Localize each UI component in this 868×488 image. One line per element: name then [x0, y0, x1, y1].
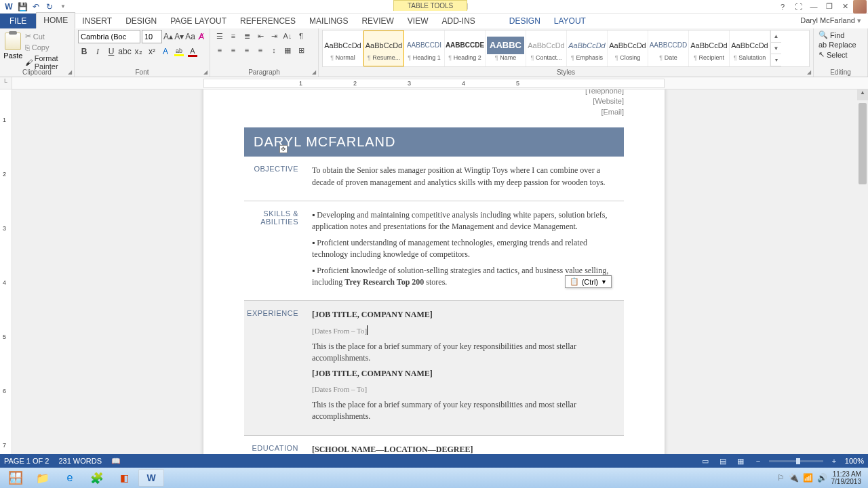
align-center-button[interactable]: ≡ — [227, 44, 239, 56]
select-button[interactable]: ↖Select — [817, 49, 864, 60]
system-tray[interactable]: ⚐ 🔌 📶 🔊 11:23 AM 7/19/2013 — [777, 470, 866, 485]
shrink-font-button[interactable]: A▾ — [174, 30, 184, 43]
tray-flag-icon[interactable]: ⚐ — [777, 473, 785, 483]
style-contact[interactable]: AaBbCcDdContact... — [526, 30, 567, 66]
help-icon[interactable]: ? — [775, 1, 790, 13]
bold-button[interactable]: B — [78, 45, 90, 58]
signed-in-user[interactable]: Daryl McFarland — [800, 16, 861, 25]
styles-scroll[interactable]: ▲▼▾ — [770, 30, 781, 66]
styles-dialog-launcher[interactable]: ◢ — [807, 69, 811, 75]
style-closing[interactable]: AaBbCcDdClosing — [608, 30, 648, 66]
scroll-thumb[interactable] — [859, 103, 867, 184]
page[interactable]: [Telephone] [Website] [Email] ✥ DARYL MC… — [203, 89, 665, 468]
tray-power-icon[interactable]: 🔌 — [789, 473, 799, 483]
maximize-icon[interactable]: ❐ — [822, 1, 837, 13]
tray-network-icon[interactable]: 📶 — [803, 473, 813, 483]
borders-button[interactable]: ⊞ — [295, 44, 307, 56]
style-date[interactable]: AABBCCDDDate — [648, 30, 689, 66]
section-experience[interactable]: EXPERIENCE [JOB TITLE, COMPANY NAME] [Da… — [244, 301, 624, 435]
replace-button[interactable]: abReplace — [817, 40, 864, 49]
ribbon-display-icon[interactable]: ⛶ — [791, 1, 806, 13]
style-heading1[interactable]: AABBCCDIHeading 1 — [404, 30, 445, 66]
cut-button[interactable]: ✂Cut — [23, 31, 71, 41]
resume-name[interactable]: DARYL MCFARLAND — [244, 127, 624, 157]
clear-format-button[interactable]: A̸ — [197, 30, 206, 43]
section-objective[interactable]: OBJECTIVE To obtain the Senior sales man… — [244, 157, 624, 201]
tab-insert[interactable]: INSERT — [75, 14, 119, 28]
style-normal[interactable]: AaBbCcDdNormal — [323, 30, 363, 66]
shading-button[interactable]: ▦ — [281, 44, 294, 56]
ruler-vertical[interactable]: 1 2 3 4 5 6 7 — [0, 89, 12, 468]
paragraph-dialog-launcher[interactable]: ◢ — [312, 69, 316, 75]
align-right-button[interactable]: ≡ — [241, 44, 253, 56]
office-icon[interactable]: ◧ — [111, 469, 137, 487]
tab-file[interactable]: FILE — [0, 14, 36, 28]
multilevel-button[interactable]: ≣ — [241, 30, 253, 42]
ruler-horizontal[interactable]: L 1 2 3 4 5 — [0, 77, 868, 89]
styles-gallery[interactable]: AaBbCcDdNormal AaBbCcDdResume... AABBCCD… — [322, 30, 810, 67]
page-indicator[interactable]: PAGE 1 OF 2 — [4, 457, 49, 466]
app-icon[interactable]: 🧩 — [84, 469, 110, 487]
tab-design[interactable]: DESIGN — [119, 14, 163, 28]
change-case-button[interactable]: Aa — [185, 30, 195, 43]
zoom-slider[interactable] — [769, 460, 823, 462]
style-salutation[interactable]: AaBbCcDdSalutation — [730, 30, 770, 66]
undo-icon[interactable]: ↶ — [31, 1, 41, 12]
style-resume[interactable]: AaBbCcDdResume... — [363, 30, 404, 66]
read-mode-button[interactable]: ▭ — [698, 455, 712, 466]
scroll-up-icon[interactable]: ▲ — [857, 89, 868, 100]
clipboard-dialog-launcher[interactable]: ◢ — [68, 69, 72, 75]
word-count[interactable]: 231 WORDS — [58, 457, 102, 466]
superscript-button[interactable]: x² — [146, 45, 158, 58]
start-button[interactable]: 🪟 — [3, 469, 28, 487]
document-area[interactable]: 1 2 3 4 5 6 7 [Telephone] [Website] [Ema… — [0, 89, 857, 468]
style-name-style[interactable]: AABBCName — [486, 30, 526, 66]
numbering-button[interactable]: ≡ — [227, 30, 239, 42]
line-spacing-button[interactable]: ↕ — [268, 44, 280, 56]
paste-options-button[interactable]: 📋 (Ctrl) ▼ — [565, 275, 612, 288]
zoom-in-button[interactable]: + — [827, 455, 841, 466]
redo-icon[interactable]: ↻ — [44, 1, 55, 12]
align-left-button[interactable]: ≡ — [214, 44, 226, 56]
ie-icon[interactable]: e — [57, 469, 83, 487]
sort-button[interactable]: A↓ — [281, 30, 294, 42]
tab-table-layout[interactable]: LAYOUT — [547, 14, 593, 28]
style-recipient[interactable]: AaBbCcDdRecipient — [689, 30, 730, 66]
font-size-input[interactable] — [142, 30, 162, 43]
font-name-input[interactable] — [78, 30, 140, 43]
close-icon[interactable]: ✕ — [837, 1, 852, 13]
table-move-handle[interactable]: ✥ — [279, 145, 288, 153]
contact-info[interactable]: [Telephone] [Website] [Email] — [244, 89, 624, 117]
taskbar-clock[interactable]: 11:23 AM 7/19/2013 — [831, 470, 862, 485]
increase-indent-button[interactable]: ⇥ — [268, 30, 280, 42]
qat-more-icon[interactable]: ▼ — [58, 1, 68, 12]
grow-font-button[interactable]: A▴ — [163, 30, 173, 43]
find-button[interactable]: 🔍Find — [817, 30, 864, 40]
font-dialog-launcher[interactable]: ◢ — [203, 69, 208, 75]
vertical-scrollbar[interactable]: ▲ ▼ — [857, 89, 868, 468]
decrease-indent-button[interactable]: ⇤ — [254, 30, 267, 42]
tab-home[interactable]: HOME — [36, 12, 75, 28]
highlight-button[interactable]: ab — [173, 45, 185, 58]
print-layout-button[interactable]: ▤ — [716, 455, 730, 466]
web-layout-button[interactable]: ▦ — [734, 455, 747, 466]
tray-volume-icon[interactable]: 🔊 — [817, 473, 827, 483]
tab-page-layout[interactable]: PAGE LAYOUT — [163, 14, 233, 28]
font-color-button[interactable]: A — [186, 45, 199, 58]
style-heading2[interactable]: AABBCCDEHeading 2 — [445, 30, 486, 66]
tab-review[interactable]: REVIEW — [355, 14, 400, 28]
tab-mailings[interactable]: MAILINGS — [302, 14, 355, 28]
tab-table-design[interactable]: DESIGN — [502, 14, 547, 28]
tab-references[interactable]: REFERENCES — [233, 14, 302, 28]
save-icon[interactable]: 💾 — [17, 1, 28, 12]
tab-addins[interactable]: ADD-INS — [435, 14, 481, 28]
show-marks-button[interactable]: ¶ — [295, 30, 307, 42]
file-explorer-icon[interactable]: 📁 — [30, 469, 56, 487]
tab-view[interactable]: VIEW — [401, 14, 435, 28]
paste-button[interactable]: Paste — [3, 30, 23, 66]
strikethrough-button[interactable]: abc — [119, 45, 131, 58]
zoom-level[interactable]: 100% — [845, 457, 864, 465]
copy-button[interactable]: ⎘Copy — [23, 43, 71, 52]
text-effects-button[interactable]: A — [159, 45, 172, 58]
subscript-button[interactable]: x₂ — [132, 45, 144, 58]
